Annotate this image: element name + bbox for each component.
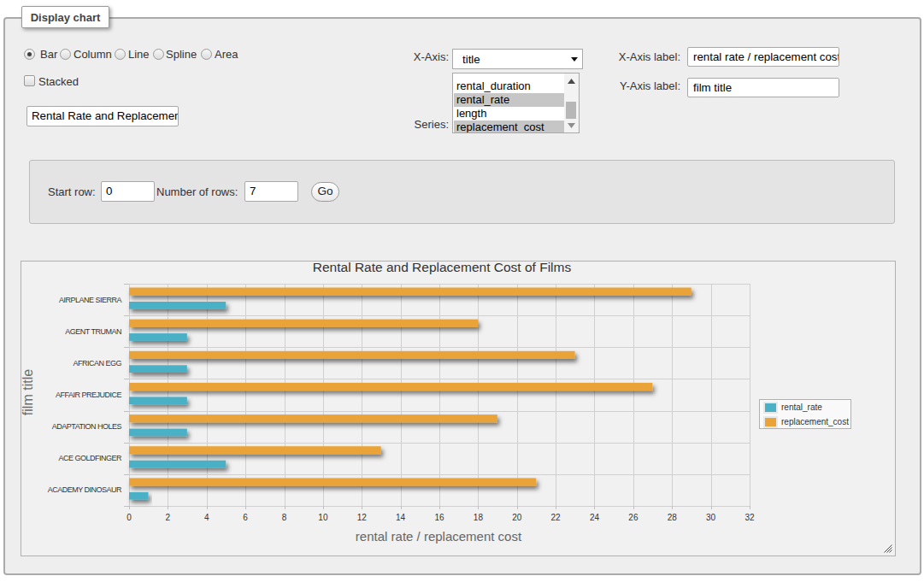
svg-text:12: 12: [357, 513, 368, 522]
svg-text:AFRICAN EGG: AFRICAN EGG: [73, 359, 121, 367]
svg-text:0: 0: [127, 513, 132, 522]
svg-text:ACADEMY DINOSAUR: ACADEMY DINOSAUR: [48, 485, 122, 494]
svg-text:8: 8: [282, 513, 287, 522]
svg-text:26: 26: [628, 513, 639, 522]
svg-text:ACE GOLDFINGER: ACE GOLDFINGER: [58, 454, 122, 462]
svg-text:14: 14: [396, 513, 406, 522]
svg-text:4: 4: [204, 513, 209, 522]
svg-text:22: 22: [551, 513, 562, 522]
svg-text:2: 2: [166, 513, 171, 522]
svg-text:16: 16: [434, 513, 444, 522]
svg-text:20: 20: [512, 513, 522, 522]
svg-text:10: 10: [318, 513, 328, 522]
svg-text:AIRPLANE SIERRA: AIRPLANE SIERRA: [59, 296, 122, 304]
svg-text:AGENT TRUMAN: AGENT TRUMAN: [65, 327, 121, 336]
svg-text:32: 32: [744, 513, 755, 522]
svg-text:ADAPTATION HOLES: ADAPTATION HOLES: [52, 422, 122, 431]
svg-text:30: 30: [706, 513, 716, 522]
svg-text:6: 6: [243, 513, 248, 522]
svg-text:24: 24: [590, 513, 600, 522]
svg-text:18: 18: [474, 513, 484, 522]
svg-text:AFFAIR PREJUDICE: AFFAIR PREJUDICE: [56, 391, 122, 399]
svg-text:28: 28: [668, 513, 678, 522]
